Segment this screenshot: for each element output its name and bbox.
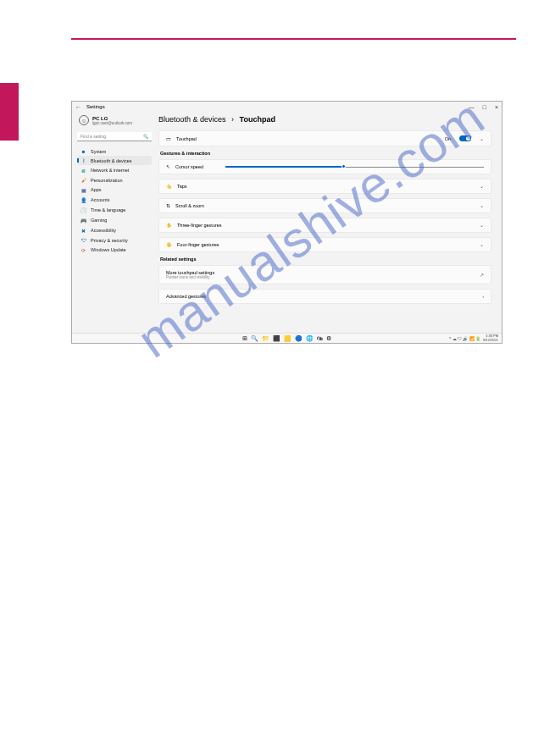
nav-label: Windows Update [91, 247, 126, 252]
search-placeholder: Find a setting [81, 134, 106, 139]
main-panel: Bluetooth & devices › Touchpad ▭ Touchpa… [157, 112, 502, 333]
nav-label: System [91, 149, 106, 154]
sidebar-item-system[interactable]: ■System [77, 146, 152, 156]
scroll-zoom-row[interactable]: ⇅ Scroll & zoom ⌄ [158, 198, 491, 213]
avatar-icon: ☺ [79, 115, 89, 125]
taskbar-icon[interactable]: 🛍 [317, 335, 323, 342]
nav-icon: 🖌 [81, 178, 86, 183]
settings-window: ← Settings — □ × ☺ PC LG lgpc.user@outlo… [71, 101, 502, 344]
nav-icon: ᛒ [81, 158, 86, 163]
three-icon: ✋ [166, 223, 172, 228]
three-label: Three-finger gestures [177, 223, 222, 228]
back-button[interactable]: ← [75, 104, 81, 110]
taskbar-icon[interactable]: 🔍 [251, 335, 258, 342]
nav-label: Bluetooth & devices [91, 158, 132, 163]
window-title: Settings [86, 104, 105, 109]
cursor-speed-slider[interactable] [225, 167, 484, 168]
taskbar: ⊞🔍📁⬛🟨🔵🌐🛍⚙ ^ ☁ 🛡 🔊 📶 🔋 1:33 PM 8/12/2021 [72, 333, 502, 343]
user-block[interactable]: ☺ PC LG lgpc.user@outlook.com [79, 115, 152, 125]
clock[interactable]: 1:33 PM 8/12/2021 [483, 334, 498, 342]
sidebar-item-accounts[interactable]: 👤Accounts [77, 195, 152, 205]
touchpad-icon: ▭ [166, 136, 171, 141]
nav-label: Gaming [91, 218, 107, 223]
external-link-icon: ↗ [480, 273, 484, 278]
titlebar: ← Settings — □ × [72, 102, 502, 112]
nav-icon: 🕒 [81, 207, 86, 213]
taskbar-icon[interactable]: ⚙ [326, 335, 331, 342]
nav-icon: ▦ [81, 187, 86, 193]
three-finger-row[interactable]: ✋ Three-finger gestures ⌄ [158, 218, 491, 233]
nav-icon: ✖ [81, 228, 86, 234]
nav-label: Time & language [91, 207, 125, 212]
touchpad-state: On [445, 136, 451, 141]
sidebar-item-time-language[interactable]: 🕒Time & language [77, 205, 152, 215]
nav-label: Network & internet [91, 168, 129, 173]
touchpad-card[interactable]: ▭ Touchpad On ⌄ [158, 130, 491, 146]
chevron-down-icon: ⌄ [480, 184, 484, 189]
cursor-icon: ↖ [166, 164, 170, 169]
search-input[interactable]: Find a setting 🔍 [77, 132, 152, 141]
taskbar-icon[interactable]: 🌐 [306, 335, 314, 342]
sidebar: ☺ PC LG lgpc.user@outlook.com Find a set… [72, 112, 157, 333]
nav-label: Personalization [91, 178, 123, 183]
sidebar-item-personalization[interactable]: 🖌Personalization [77, 175, 152, 185]
breadcrumb-sep: › [231, 115, 234, 124]
cursor-speed-row[interactable]: ↖ Cursor speed [158, 159, 491, 174]
system-tray[interactable]: ^ ☁ 🛡 🔊 📶 🔋 [449, 336, 480, 341]
nav-icon: ⟳ [81, 247, 86, 253]
sidebar-item-windows-update[interactable]: ⟳Windows Update [77, 245, 152, 255]
cursor-label: Cursor speed [175, 164, 203, 169]
section-gestures: Gestures & interaction [160, 151, 491, 156]
breadcrumb-parent[interactable]: Bluetooth & devices [158, 115, 226, 124]
chevron-down-icon: ⌄ [480, 242, 484, 247]
chevron-down-icon: ⌄ [480, 223, 484, 228]
advanced-label: Advanced gestures [166, 294, 206, 299]
close-button[interactable]: × [495, 104, 498, 110]
nav-label: Privacy & security [91, 238, 128, 243]
nav-label: Accessibility [91, 228, 116, 233]
sidebar-item-privacy-security[interactable]: 🛡Privacy & security [77, 235, 152, 245]
chevron-right-icon: › [482, 294, 484, 299]
sidebar-item-accessibility[interactable]: ✖Accessibility [77, 225, 152, 235]
touchpad-toggle[interactable] [459, 135, 471, 141]
advanced-gestures-row[interactable]: Advanced gestures › [158, 289, 491, 304]
taskbar-icon[interactable]: 📁 [262, 335, 269, 342]
taps-row[interactable]: 👆 Taps ⌄ [158, 179, 491, 194]
taskbar-icon[interactable]: 🔵 [295, 335, 303, 342]
taskbar-icon[interactable]: ⊞ [242, 335, 247, 342]
search-icon: 🔍 [143, 134, 148, 139]
sidebar-item-gaming[interactable]: 🎮Gaming [77, 215, 152, 225]
user-email: lgpc.user@outlook.com [92, 121, 132, 125]
more-sublabel: Pointer icons and visibility [166, 275, 214, 279]
touchpad-label: Touchpad [176, 136, 197, 141]
nav-icon: ⋐ [81, 168, 86, 174]
slider-thumb[interactable] [341, 164, 346, 168]
chevron-down-icon: ⌄ [480, 203, 484, 208]
nav-label: Accounts [91, 197, 110, 202]
sidebar-item-network-internet[interactable]: ⋐Network & internet [77, 165, 152, 175]
page-divider [71, 38, 516, 40]
four-icon: 🖐 [166, 242, 172, 247]
nav-icon: 🛡 [81, 238, 86, 243]
taskbar-icon[interactable]: 🟨 [284, 335, 291, 342]
breadcrumb: Bluetooth & devices › Touchpad [158, 115, 491, 124]
nav-icon: ■ [81, 149, 86, 154]
four-label: Four-finger gestures [177, 242, 219, 247]
breadcrumb-current: Touchpad [240, 115, 275, 124]
side-tab [0, 83, 19, 141]
scroll-label: Scroll & zoom [175, 203, 204, 208]
sidebar-item-apps[interactable]: ▦Apps [77, 185, 152, 195]
more-touchpad-row[interactable]: More touchpad settings Pointer icons and… [158, 265, 491, 284]
minimize-button[interactable]: — [469, 104, 475, 110]
date: 8/12/2021 [483, 339, 498, 343]
taskbar-icon[interactable]: ⬛ [273, 335, 280, 342]
nav-icon: 👤 [81, 197, 86, 203]
maximize-button[interactable]: □ [483, 104, 486, 110]
sidebar-item-bluetooth-devices[interactable]: ᛒBluetooth & devices [77, 156, 152, 165]
taps-label: Taps [177, 184, 187, 189]
four-finger-row[interactable]: 🖐 Four-finger gestures ⌄ [158, 237, 491, 252]
section-related: Related settings [160, 257, 491, 262]
chevron-down-icon[interactable]: ⌄ [480, 135, 484, 141]
nav-icon: 🎮 [81, 218, 86, 223]
scroll-icon: ⇅ [166, 203, 170, 208]
